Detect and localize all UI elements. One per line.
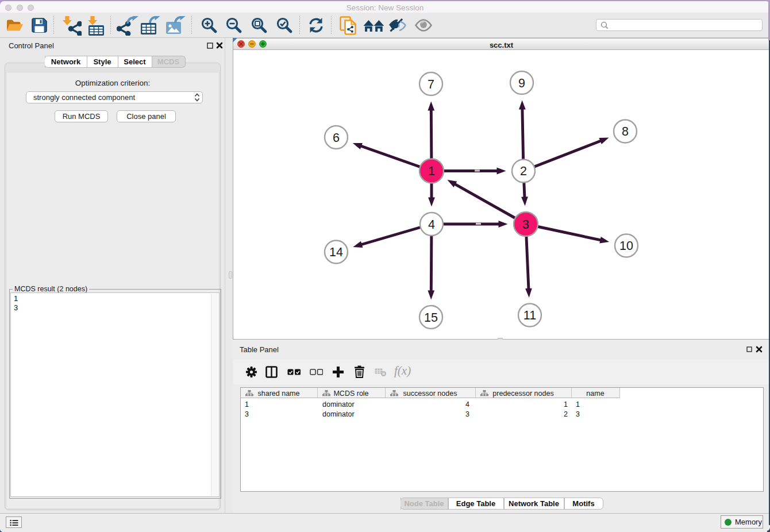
svg-text:9: 9 bbox=[518, 76, 525, 90]
svg-text:10: 10 bbox=[619, 239, 633, 253]
svg-text:6: 6 bbox=[333, 131, 340, 145]
svg-text:15: 15 bbox=[424, 311, 438, 325]
svg-text:1: 1 bbox=[428, 164, 435, 178]
svg-text:2: 2 bbox=[520, 164, 527, 178]
svg-text:7: 7 bbox=[428, 78, 434, 91]
svg-text:8: 8 bbox=[622, 125, 629, 138]
svg-text:3: 3 bbox=[522, 218, 529, 232]
svg-text:11: 11 bbox=[523, 309, 536, 322]
svg-text:4: 4 bbox=[428, 218, 435, 232]
svg-text:14: 14 bbox=[329, 245, 343, 259]
